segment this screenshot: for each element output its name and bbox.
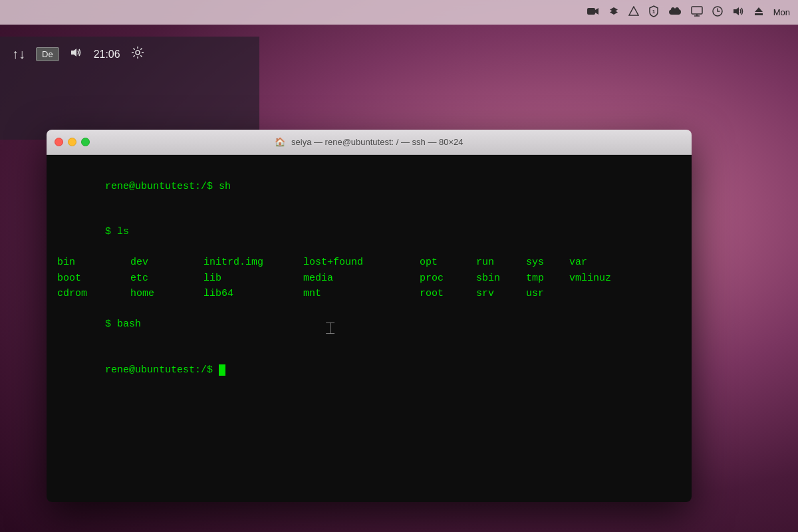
svg-marker-11 [755,7,763,12]
ls-etc: etc [130,271,203,287]
ls-var: var [569,255,616,271]
prompt-2: $ [105,226,117,237]
terminal-title-icon: 🏠 [275,137,285,147]
svg-rect-0 [587,8,595,15]
svg-point-14 [136,51,140,55]
terminal-line-2: $ ls [57,210,681,255]
prompt-3: $ [105,319,117,330]
minimize-button[interactable] [68,138,76,146]
ls-sbin: sbin [476,271,526,287]
terminal-line-active[interactable]: rene@ubuntutest:/$ [57,348,681,393]
menubar-time: Mon [773,7,790,17]
ls-root: root [420,287,476,302]
ls-cdrom: cdrom [57,287,130,302]
ls-proc: proc [420,271,476,287]
ls-srv: srv [476,287,526,302]
terminal-line-bash: $ bash [57,303,681,348]
traffic-lights [55,138,90,146]
svg-marker-1 [595,8,598,15]
terminal-window[interactable]: 🏠 seiya — rene@ubuntutest: / — ssh — 80×… [47,130,692,502]
volume-icon[interactable] [732,6,744,19]
svg-marker-3 [610,10,618,15]
menubar: 1 [0,0,798,25]
ls-media: media [303,271,420,287]
display-mirror-icon[interactable] [691,6,703,19]
close-button[interactable] [55,138,63,146]
ls-boot: boot [57,271,130,287]
ls-output-row2: boot etc lib media proc sbin tmp vmlinuz [57,271,681,287]
desktop: 1 [0,0,798,532]
prompt-1: rene@ubuntutest:/$ [105,181,219,192]
eject-icon[interactable] [753,6,764,19]
facetime-camera-icon[interactable] [587,7,599,18]
svg-rect-12 [755,13,763,15]
cmd-bash: bash [117,319,141,330]
ls-opt: opt [420,255,476,271]
linux-clock: 21:06 [94,49,120,61]
cmd-sh: sh [219,181,231,192]
svg-marker-4 [629,7,638,15]
ls-home: home [130,287,203,302]
terminal-title: 🏠 seiya — rene@ubuntutest: / — ssh — 80×… [275,137,463,147]
ls-mnt: mnt [303,287,420,302]
linux-settings-icon[interactable] [131,46,144,63]
ls-output-row3: cdrom home lib64 mnt root srv usr [57,287,681,302]
ls-vmlinuz: vmlinuz [569,271,616,287]
terminal-line-1: rene@ubuntutest:/$ sh [57,164,681,209]
ls-lost-found: lost+found [303,255,420,271]
cmd-ls: ls [117,226,129,237]
terminal-body[interactable]: rene@ubuntutest:/$ sh $ ls bin dev initr… [47,155,692,502]
dropbox-icon[interactable] [608,6,619,19]
ls-tmp: tmp [526,271,569,287]
svg-marker-13 [71,49,76,57]
maximize-button[interactable] [81,138,90,146]
linux-sort-icon: ↑↓ [12,47,25,62]
ls-lib: lib [203,271,303,287]
ls-sys: sys [526,255,569,271]
ls-initrd: initrd.img [203,255,303,271]
ls-run: run [476,255,526,271]
linux-keyboard-layout[interactable]: De [36,47,59,61]
ls-output-row1: bin dev initrd.img lost+found opt run sy… [57,255,681,271]
icloud-icon[interactable] [668,7,682,18]
terminal-titlebar: 🏠 seiya — rene@ubuntutest: / — ssh — 80×… [47,130,692,155]
1password-icon[interactable]: 1 [648,5,659,19]
linux-taskbar: ↑↓ De 21:06 [7,42,150,66]
ls-lib64: lib64 [203,287,303,302]
menubar-icons: 1 [587,5,764,19]
google-drive-icon[interactable] [628,6,639,19]
linux-panel-window: ↑↓ De 21:06 [0,37,259,140]
ls-bin: bin [57,255,130,271]
ls-dev: dev [130,255,203,271]
svg-rect-6 [692,7,702,14]
svg-text:1: 1 [652,9,655,15]
svg-marker-10 [733,7,739,15]
ls-usr: usr [526,287,569,302]
time-machine-icon[interactable] [712,6,723,19]
terminal-cursor [219,364,225,376]
linux-volume-icon [70,47,83,62]
prompt-4: rene@ubuntutest:/$ [105,364,219,376]
